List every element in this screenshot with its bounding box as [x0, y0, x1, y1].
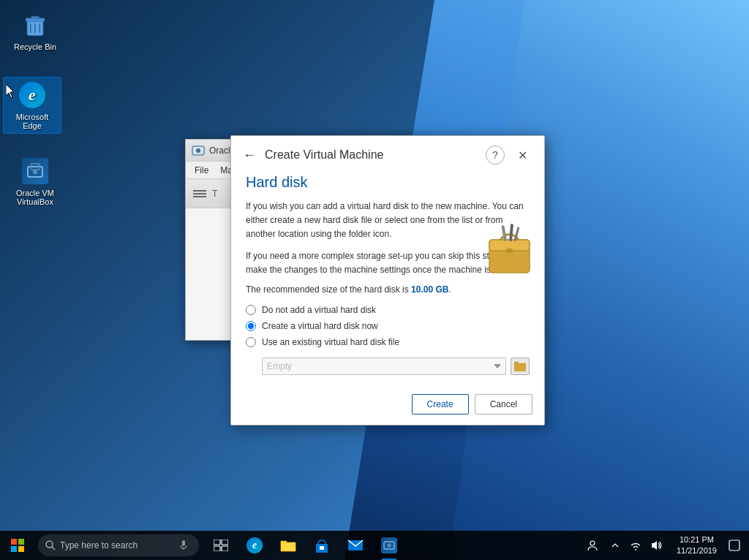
- network-icon[interactable]: [627, 531, 644, 560]
- radio-no-disk-label: Do not add a virtual hard disk: [262, 305, 376, 315]
- taskbar-virtualbox-button[interactable]: [373, 531, 405, 560]
- search-icon: [45, 540, 56, 550]
- recycle-bin-label: Recycle Bin: [14, 42, 56, 51]
- clock-date: 11/21/2019: [677, 545, 717, 556]
- svg-rect-12: [193, 193, 206, 194]
- taskbar-app-icons: e: [205, 531, 405, 560]
- system-tray: [576, 531, 671, 560]
- dialog-header: ← Create Virtual Machine ? ✕: [231, 136, 544, 171]
- svg-rect-30: [214, 546, 220, 551]
- dialog-footer: Create Cancel: [231, 387, 544, 425]
- existing-disk-row: Empty: [262, 357, 530, 375]
- svg-rect-26: [182, 540, 185, 546]
- svg-point-36: [388, 544, 391, 548]
- radio-existing-label: Use an existing virtual hard disk file: [262, 337, 399, 347]
- clock[interactable]: 10:21 PM 11/21/2019: [671, 534, 723, 557]
- svg-rect-13: [193, 196, 206, 197]
- svg-point-24: [46, 541, 53, 548]
- recycle-bin-icon: [20, 10, 50, 39]
- oracle-vm-icon: [20, 156, 50, 186]
- volume-icon[interactable]: [647, 531, 665, 560]
- section-title: Hard disk: [246, 174, 530, 191]
- vbox-decorative-art: [482, 218, 541, 284]
- desktop-icon-oracle-vm[interactable]: Oracle VMVirtualBox: [6, 154, 64, 209]
- svg-rect-19: [506, 249, 513, 253]
- help-button[interactable]: ?: [486, 145, 505, 164]
- cancel-button[interactable]: Cancel: [475, 394, 532, 415]
- taskbar-store-button[interactable]: [306, 531, 338, 560]
- create-vm-dialog: ← Create Virtual Machine ? ✕ Hard disk: [230, 135, 545, 425]
- search-bar[interactable]: Type here to search: [38, 534, 199, 556]
- svg-rect-17: [509, 224, 513, 241]
- microsoft-edge-icon: e: [18, 80, 47, 110]
- taskbar: Type here to search e: [0, 531, 749, 560]
- vbox-title-icon: [192, 144, 205, 157]
- svg-line-25: [52, 547, 55, 550]
- oracle-vm-label: Oracle VMVirtualBox: [16, 189, 54, 206]
- svg-rect-22: [11, 546, 17, 552]
- svg-rect-23: [18, 546, 24, 552]
- dialog-title: Create Virtual Machine: [265, 148, 383, 162]
- clock-time: 10:21 PM: [680, 534, 714, 545]
- radio-create-now[interactable]: Create a virtual hard disk now: [246, 321, 530, 331]
- svg-rect-31: [222, 546, 228, 551]
- taskbar-mail-button[interactable]: [339, 531, 372, 560]
- svg-rect-29: [222, 540, 228, 545]
- svg-point-8: [33, 170, 37, 174]
- svg-point-37: [590, 541, 595, 545]
- menu-file[interactable]: File: [189, 162, 214, 179]
- radio-existing-input[interactable]: [246, 337, 256, 347]
- svg-rect-33: [320, 546, 324, 550]
- taskbar-edge-button[interactable]: e: [238, 531, 271, 560]
- radio-create-now-input[interactable]: [246, 321, 256, 331]
- svg-rect-21: [18, 539, 24, 545]
- svg-rect-38: [729, 540, 739, 550]
- task-view-button[interactable]: [205, 531, 237, 560]
- svg-rect-20: [11, 539, 17, 545]
- radio-existing[interactable]: Use an existing virtual hard disk file: [246, 337, 530, 347]
- radio-no-disk[interactable]: Do not add a virtual hard disk: [246, 305, 530, 315]
- dialog-body: Hard disk: [231, 171, 544, 387]
- microphone-icon: [180, 540, 187, 550]
- svg-rect-28: [214, 540, 220, 545]
- show-hidden-icons-button[interactable]: [606, 531, 624, 560]
- existing-disk-dropdown[interactable]: Empty: [262, 357, 506, 375]
- svg-point-10: [196, 148, 200, 153]
- desktop: Recycle Bin e Microsoft Edge Oracle VMVi…: [0, 0, 749, 560]
- folder-browse-button[interactable]: [511, 357, 530, 375]
- notification-button[interactable]: [723, 531, 746, 560]
- radio-create-now-label: Create a virtual hard disk now: [262, 321, 378, 331]
- desktop-icon-recycle-bin[interactable]: Recycle Bin: [6, 7, 64, 54]
- recommended-text: The recommended size of the hard disk is…: [246, 284, 530, 295]
- start-button[interactable]: [0, 531, 35, 560]
- microsoft-edge-label: Microsoft Edge: [7, 113, 58, 130]
- people-button[interactable]: [581, 531, 603, 560]
- svg-rect-2: [31, 16, 39, 19]
- svg-rect-11: [193, 190, 206, 192]
- taskbar-right: 10:21 PM 11/21/2019: [576, 531, 749, 560]
- taskbar-explorer-button[interactable]: [272, 531, 304, 560]
- back-button[interactable]: ←: [243, 148, 256, 163]
- dialog-close-button[interactable]: ✕: [512, 145, 532, 165]
- search-placeholder: Type here to search: [60, 540, 138, 550]
- radio-no-disk-input[interactable]: [246, 305, 256, 315]
- desktop-icon-microsoft-edge[interactable]: e Microsoft Edge: [3, 77, 61, 134]
- radio-group: Do not add a virtual hard disk Create a …: [246, 305, 530, 347]
- create-button[interactable]: Create: [412, 394, 469, 415]
